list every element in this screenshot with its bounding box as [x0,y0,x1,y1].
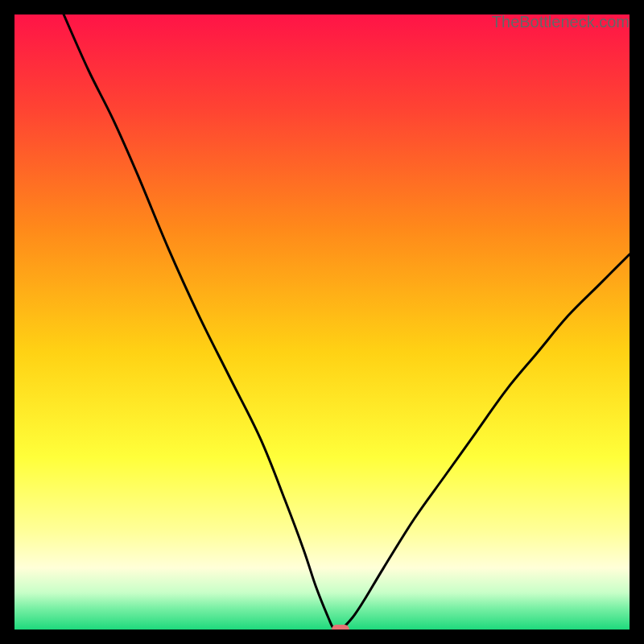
watermark-text: TheBottleneck.com [492,13,630,31]
chart-container: TheBottleneck.com [14,14,630,630]
bottleneck-chart [14,14,630,630]
optimal-marker [332,625,349,630]
